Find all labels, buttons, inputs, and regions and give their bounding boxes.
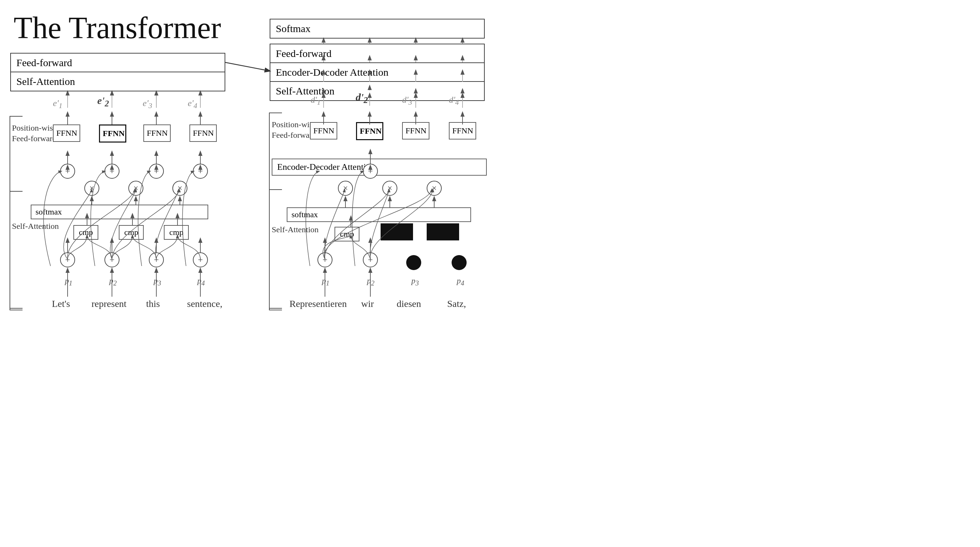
- decoder-word-4: Satz,: [447, 298, 466, 309]
- page-title: The Transformer: [14, 10, 221, 45]
- decoder-feed-forward-bar: Feed-forward: [270, 44, 485, 63]
- decoder-plus-1: +: [363, 164, 378, 179]
- svg-line-30: [225, 62, 270, 71]
- encoder-bplus-1: +: [60, 252, 75, 267]
- decoder-x-2: ×: [382, 181, 397, 196]
- encoder-e2-label: e'2: [97, 95, 109, 108]
- decoder-sa-section-label: Self-Attention: [272, 225, 318, 234]
- decoder-x-3: ×: [427, 181, 442, 196]
- decoder-word-1: Representieren: [290, 298, 347, 309]
- decoder-word-2: wir: [361, 298, 374, 309]
- encoder-word-2: represent: [91, 298, 127, 309]
- encoder-plus-2: +: [105, 164, 119, 179]
- encoder-position-wise-label: Position-wise Feed-forward: [12, 123, 57, 144]
- encoder-cmp-3: cmp: [164, 225, 189, 240]
- encoder-p1-label: p1: [65, 276, 72, 287]
- encoder-bplus-4: +: [193, 252, 208, 267]
- encoder-p3-label: p3: [154, 276, 161, 287]
- encoder-x-3: ×: [172, 181, 188, 196]
- encoder-self-attention-bar: Self-Attention: [10, 71, 225, 91]
- encoder-plus-4: +: [193, 164, 208, 179]
- decoder-enc-dec-attn-section-bar: Encoder-Decoder Attention: [272, 159, 487, 176]
- encoder-softmax: softmax: [31, 205, 208, 219]
- encoder-bplus-3: +: [149, 252, 164, 267]
- encoder-cmp-1: cmp: [73, 225, 98, 240]
- decoder-cmp-1: cmp: [334, 227, 360, 241]
- encoder-word-4: sentence,: [187, 298, 222, 309]
- encoder-plus-1: +: [60, 164, 75, 179]
- decoder-black-rect-1: [380, 224, 413, 240]
- encoder-e4-label: e'4: [188, 98, 197, 110]
- encoder-sa-section-label: Self-Attention: [12, 222, 59, 231]
- encoder-sa-bracket: [10, 191, 22, 310]
- encoder-x-2: ×: [128, 181, 143, 196]
- decoder-softmax-inner: softmax: [287, 207, 471, 222]
- encoder-e1-label: e'1: [53, 98, 62, 110]
- decoder-word-3: diesen: [397, 298, 421, 309]
- decoder-p3-label: p3: [411, 276, 419, 287]
- decoder-black-rect-2: [427, 224, 459, 240]
- decoder-ffnn-2: FFNN: [356, 122, 383, 140]
- encoder-x-1: ×: [84, 181, 99, 196]
- encoder-ffnn-3: FFNN: [143, 124, 171, 142]
- encoder-p4-label: p4: [197, 276, 205, 287]
- decoder-d3-label: d'3: [402, 95, 412, 107]
- decoder-p1-label: p1: [322, 276, 329, 287]
- encoder-bplus-2: +: [105, 252, 119, 267]
- encoder-e3-label: e'3: [143, 98, 152, 110]
- decoder-p2-label: p2: [367, 276, 374, 287]
- decoder-d1-label: d'1: [310, 95, 321, 107]
- decoder-ffnn-4: FFNN: [449, 122, 476, 140]
- encoder-cmp-2: cmp: [119, 225, 144, 240]
- decoder-d2-label: d'2: [356, 91, 368, 105]
- decoder-d4-label: d'4: [449, 95, 459, 107]
- decoder-enc-dec-attention-bar: Encoder-Decoder Attention: [270, 62, 485, 82]
- decoder-softmax-bar: Softmax: [270, 19, 485, 38]
- encoder-feed-forward-bar: Feed-forward: [10, 53, 225, 73]
- decoder-black-circle-1: [406, 255, 421, 270]
- decoder-p4-label: p4: [457, 276, 464, 287]
- decoder-bplus-2: +: [363, 252, 378, 267]
- decoder-sa-bracket: [269, 189, 282, 310]
- decoder-bplus-1: +: [317, 252, 332, 267]
- encoder-ffnn-1: FFNN: [53, 124, 80, 142]
- decoder-ffnn-1: FFNN: [310, 122, 337, 140]
- decoder-ffnn-3: FFNN: [402, 122, 430, 140]
- encoder-ffnn-2: FFNN: [99, 124, 126, 143]
- decoder-x-1: ×: [338, 181, 353, 196]
- decoder-black-circle-2: [452, 255, 467, 270]
- encoder-ffnn-4: FFNN: [189, 124, 217, 142]
- encoder-word-3: this: [146, 298, 160, 309]
- encoder-word-1: Let's: [52, 298, 70, 309]
- encoder-p2-label: p2: [109, 276, 117, 287]
- encoder-plus-3: +: [149, 164, 164, 179]
